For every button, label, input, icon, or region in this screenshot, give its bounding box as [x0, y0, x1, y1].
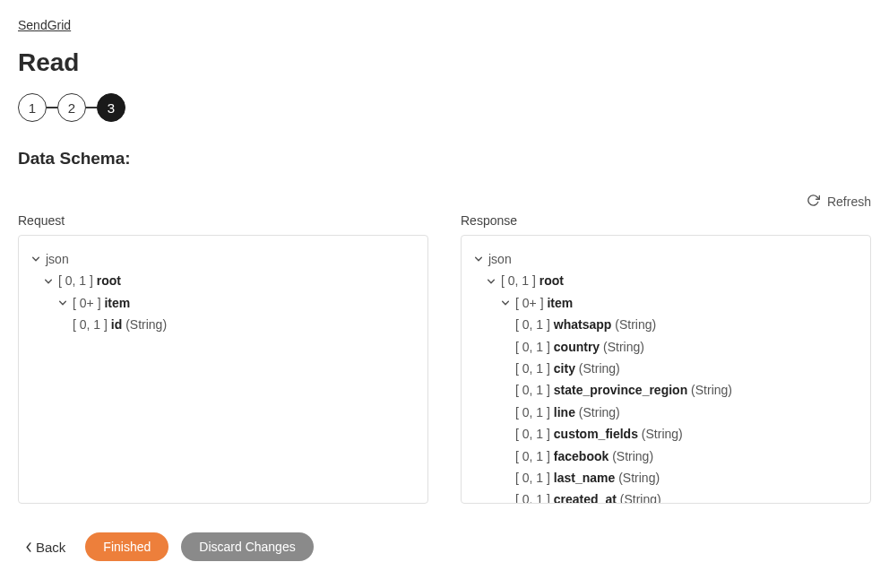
tree-node[interactable]: [ 0, 1 ] whatsapp (String): [470, 314, 861, 335]
tree-node[interactable]: [ 0, 1 ] root: [470, 270, 861, 291]
tree-node[interactable]: [ 0, 1 ] city (String): [470, 358, 861, 379]
page-title: Read: [18, 48, 871, 77]
tree-node-label: [ 0, 1 ] created_at (String): [515, 489, 661, 504]
tree-node-label: [ 0, 1 ] facebook (String): [515, 446, 653, 466]
refresh-icon: [807, 194, 820, 210]
response-tree: json[ 0, 1 ] root[ 0+ ] item[ 0, 1 ] wha…: [470, 248, 861, 504]
tree-node-label: [ 0, 1 ] root: [58, 271, 121, 290]
section-title: Data Schema:: [18, 149, 871, 169]
chevron-down-icon[interactable]: [474, 255, 483, 264]
tree-node-label: [ 0+ ] item: [515, 293, 573, 313]
tree-node[interactable]: [ 0, 1 ] root: [28, 270, 419, 291]
tree-node-label: [ 0, 1 ] city (String): [515, 359, 620, 378]
tree-node[interactable]: [ 0, 1 ] line (String): [470, 402, 861, 423]
tree-node[interactable]: json: [28, 248, 419, 270]
step-3[interactable]: 3: [97, 93, 125, 122]
tree-node-label: [ 0, 1 ] line (String): [515, 402, 620, 422]
refresh-label: Refresh: [827, 195, 871, 209]
step-connector: [86, 107, 97, 108]
breadcrumb: SendGrid: [18, 18, 871, 32]
step-1[interactable]: 1: [18, 93, 47, 122]
tree-node[interactable]: json: [470, 248, 861, 270]
response-column: Response json[ 0, 1 ] root[ 0+ ] item[ 0…: [461, 213, 871, 504]
tree-node[interactable]: [ 0, 1 ] last_name (String): [470, 467, 861, 489]
chevron-left-icon: [25, 540, 32, 555]
tree-node[interactable]: [ 0, 1 ] created_at (String): [470, 489, 861, 504]
tree-node-label: [ 0, 1 ] last_name (String): [515, 468, 660, 488]
chevron-down-icon[interactable]: [487, 277, 496, 286]
back-button[interactable]: Back: [18, 534, 73, 560]
chevron-down-icon[interactable]: [58, 298, 67, 307]
discard-button[interactable]: Discard Changes: [181, 532, 313, 561]
tree-node-label: [ 0+ ] item: [73, 293, 130, 313]
footer-actions: Back Finished Discard Changes: [18, 532, 871, 561]
tree-node[interactable]: [ 0, 1 ] state_province_region (String): [470, 379, 861, 401]
request-tree: json[ 0, 1 ] root[ 0+ ] item[ 0, 1 ] id …: [28, 248, 419, 336]
tree-node-label: json: [488, 249, 512, 269]
request-label: Request: [18, 213, 65, 228]
back-label: Back: [36, 540, 65, 555]
stepper: 1 2 3: [18, 93, 871, 122]
tree-node-label: [ 0, 1 ] country (String): [515, 337, 644, 357]
tree-node[interactable]: [ 0+ ] item: [28, 292, 419, 314]
chevron-down-icon[interactable]: [31, 255, 40, 264]
chevron-down-icon[interactable]: [501, 298, 510, 307]
tree-node-label: [ 0, 1 ] whatsapp (String): [515, 315, 656, 334]
tree-node[interactable]: [ 0, 1 ] custom_fields (String): [470, 423, 861, 445]
response-panel: json[ 0, 1 ] root[ 0+ ] item[ 0, 1 ] wha…: [461, 235, 871, 504]
step-connector: [47, 107, 57, 108]
tree-node-label: [ 0, 1 ] id (String): [73, 315, 167, 334]
schema-row: Request json[ 0, 1 ] root[ 0+ ] item[ 0,…: [18, 213, 871, 504]
tree-node[interactable]: [ 0, 1 ] country (String): [470, 336, 861, 358]
request-panel: json[ 0, 1 ] root[ 0+ ] item[ 0, 1 ] id …: [18, 235, 428, 504]
tree-node-label: [ 0, 1 ] root: [501, 271, 564, 290]
tree-node[interactable]: [ 0, 1 ] id (String): [28, 314, 419, 335]
tree-node-label: [ 0, 1 ] custom_fields (String): [515, 424, 683, 444]
refresh-button[interactable]: Refresh: [807, 194, 871, 210]
finished-button[interactable]: Finished: [85, 532, 168, 561]
tree-node[interactable]: [ 0+ ] item: [470, 292, 861, 314]
response-label: Response: [461, 213, 517, 228]
tree-node-label: [ 0, 1 ] state_province_region (String): [515, 380, 732, 400]
breadcrumb-link[interactable]: SendGrid: [18, 18, 71, 32]
step-2[interactable]: 2: [57, 93, 86, 122]
tree-node[interactable]: [ 0, 1 ] facebook (String): [470, 445, 861, 467]
tree-node-label: json: [46, 249, 69, 269]
chevron-down-icon[interactable]: [44, 277, 53, 286]
request-column: Request json[ 0, 1 ] root[ 0+ ] item[ 0,…: [18, 213, 428, 504]
